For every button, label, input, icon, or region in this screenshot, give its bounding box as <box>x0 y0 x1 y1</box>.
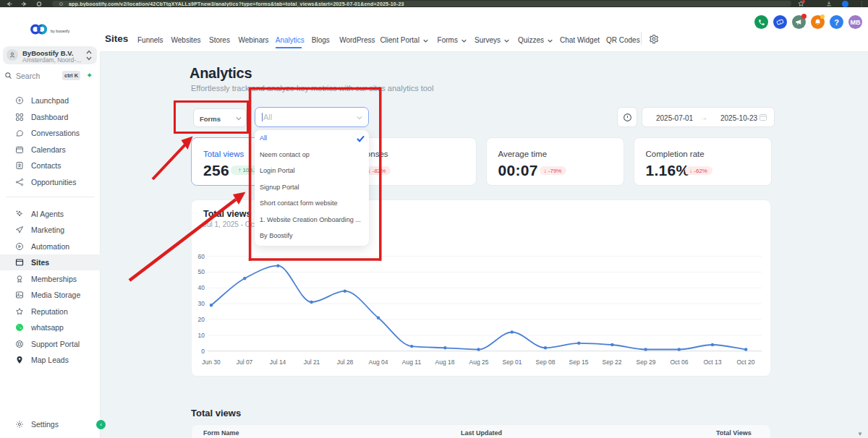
svg-text:50: 50 <box>198 268 205 275</box>
svg-text:Aug 18: Aug 18 <box>435 358 455 366</box>
svg-text:20: 20 <box>198 316 205 323</box>
svg-text:Jun 30: Jun 30 <box>202 358 221 366</box>
svg-text:Sep 08: Sep 08 <box>536 358 556 366</box>
svg-text:Aug 25: Aug 25 <box>469 358 489 366</box>
svg-text:60: 60 <box>198 253 205 260</box>
svg-text:Aug 04: Aug 04 <box>369 358 388 366</box>
svg-text:30: 30 <box>198 300 205 307</box>
svg-text:Sep 22: Sep 22 <box>603 358 622 366</box>
svg-text:Sep 29: Sep 29 <box>637 358 656 366</box>
svg-text:Oct 06: Oct 06 <box>670 358 688 366</box>
svg-text:Sep 01: Sep 01 <box>503 358 522 366</box>
svg-text:10: 10 <box>198 332 205 339</box>
svg-text:Jul 28: Jul 28 <box>337 358 354 366</box>
svg-text:Aug 11: Aug 11 <box>402 358 422 366</box>
svg-text:Oct 20: Oct 20 <box>736 358 754 366</box>
svg-text:0: 0 <box>201 348 205 355</box>
svg-text:Sep 15: Sep 15 <box>569 358 589 366</box>
svg-text:Jul 21: Jul 21 <box>304 358 320 366</box>
svg-text:40: 40 <box>198 284 205 291</box>
svg-text:Jul 07: Jul 07 <box>237 358 253 366</box>
svg-text:Jul 14: Jul 14 <box>270 358 286 366</box>
svg-text:Oct 13: Oct 13 <box>703 358 721 366</box>
